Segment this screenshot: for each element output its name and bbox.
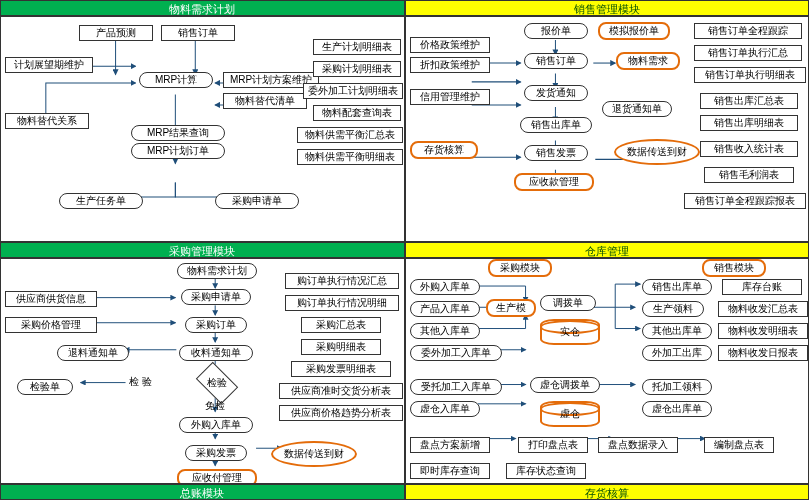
node-supplier-info: 供应商供货信息 <box>5 291 97 307</box>
node-mrp-result-query: MRP结果查询 <box>131 125 225 141</box>
node-virtual-in: 虚仓入库单 <box>410 401 480 417</box>
rep-gross-margin: 销售毛利润表 <box>704 167 794 183</box>
rep-purchase-sum: 采购汇总表 <box>301 317 381 333</box>
node-return-notice: 退料通知单 <box>57 345 129 361</box>
node-mat-sub-close: 物料替代清单 <box>223 93 307 109</box>
node-return-notice: 退货通知单 <box>602 101 672 117</box>
hdr-purchase-mod: 采购模块 <box>488 259 552 277</box>
node-mat-demand-plan: 物料需求计划 <box>177 263 257 279</box>
rep-order-exec-sum: 销售订单执行汇总 <box>694 45 802 61</box>
rep-txn-detail: 物料收发明细表 <box>718 323 808 339</box>
node-consign-issue: 托加工领料 <box>642 379 712 395</box>
node-outsource-in: 委外加工入库单 <box>410 345 502 361</box>
node-other-out: 其他出库单 <box>642 323 712 339</box>
label-no-inspect: 免检 <box>205 399 225 413</box>
node-receipt-notice: 收料通知单 <box>179 345 253 361</box>
node-price-policy: 价格政策维护 <box>410 37 490 53</box>
node-prod-plan-detail: 生产计划明细表 <box>313 39 401 55</box>
rep-order-track: 销售订单全程跟踪 <box>694 23 802 39</box>
hdr-prod-mod: 生产模 <box>486 299 536 317</box>
node-mat-sub-rel: 物料替代关系 <box>5 113 89 129</box>
node-to-finance-purchase: 数据传送到财 <box>271 441 357 467</box>
node-mrp-plan-order: MRP计划订单 <box>131 143 225 159</box>
node-data-entry: 盘点数据录入 <box>598 437 678 453</box>
rep-purchase-det: 采购明细表 <box>301 339 381 355</box>
header-q2: 销售管理模块 <box>405 0 810 16</box>
node-sales-order: 销售订单 <box>524 53 588 69</box>
node-payable-mgmt: 应收付管理 <box>177 469 257 484</box>
node-prod-task: 生产任务单 <box>59 193 143 209</box>
node-product-forecast: 产品预测 <box>79 25 153 41</box>
rep-order-track-rpt: 销售订单全程跟踪报表 <box>684 193 806 209</box>
node-receivable: 应收款管理 <box>514 173 594 191</box>
node-print-plan: 打印盘点表 <box>518 437 588 453</box>
node-purchase-order: 采购订单 <box>185 317 247 333</box>
node-supply-balance-sum: 物料供需平衡汇总表 <box>297 127 403 143</box>
node-outsource-out: 外加工出库 <box>642 345 712 361</box>
node-sales-order: 销售订单 <box>161 25 235 41</box>
node-purchase-req: 采购申请单 <box>215 193 299 209</box>
rep-supplier-deliv: 供应商准时交货分析表 <box>279 383 403 399</box>
header-q4: 仓库管理 <box>405 242 810 258</box>
node-prod-issue: 生产领料 <box>642 301 704 317</box>
node-sales-out-wh: 销售出库单 <box>642 279 712 295</box>
footer-b1: 总账模块 <box>0 484 405 500</box>
rep-txn-daily: 物料收发日报表 <box>718 345 808 361</box>
footer-b2: 存货核算 <box>405 484 810 500</box>
node-plan-query: 即时库存查询 <box>410 463 490 479</box>
rep-income-stat: 销售收入统计表 <box>700 141 798 157</box>
node-virtual-out: 虚仓出库单 <box>642 401 712 417</box>
hdr-sales-mod: 销售模块 <box>702 259 766 277</box>
node-plan-horizon: 计划展望期维护 <box>5 57 93 73</box>
node-virt-transfer: 虚仓调拨单 <box>530 377 600 393</box>
node-transfer: 调拨单 <box>540 295 596 311</box>
node-purchase-plan-detail: 采购计划明细表 <box>313 61 401 77</box>
pane-purchase: 供应商供货信息 采购价格管理 退料通知单 检验单 物料需求计划 采购申请单 采购… <box>0 258 405 484</box>
node-outsource-plan-detail: 委外加工计划明细表 <box>303 83 403 99</box>
rep-txn-sum: 物料收发汇总表 <box>718 301 808 317</box>
rep-supplier-price: 供应商价格趋势分析表 <box>279 405 403 421</box>
pane-mrp: 产品预测 销售订单 计划展望期维护 MRP计算 MRP计划方案维护 物料替代清单… <box>0 16 405 242</box>
pane-warehouse: 采购模块 销售模块 外购入库单 产品入库单 生产模 其他入库单 委外加工入库单 … <box>405 258 810 484</box>
label-inspect-arm: 检 验 <box>129 375 152 389</box>
node-real-wh: 实仓 <box>540 319 600 345</box>
rep-out-detail: 销售出库明细表 <box>700 115 798 131</box>
node-to-finance-sales: 数据传送到财 <box>614 139 700 165</box>
node-sim-quote: 模拟报价单 <box>598 22 670 40</box>
node-purchase-req-2: 采购申请单 <box>181 289 251 305</box>
node-inspect-sheet: 检验单 <box>17 379 73 395</box>
node-inv-cost: 存货核算 <box>410 141 478 159</box>
node-credit-mgmt: 信用管理维护 <box>410 89 490 105</box>
node-mrp-calc: MRP计算 <box>139 72 213 88</box>
node-supply-balance-detail: 物料供需平衡明细表 <box>297 149 403 165</box>
node-other-in: 其他入库单 <box>410 323 480 339</box>
node-virt-wh: 虚仓 <box>540 401 600 427</box>
node-sales-out: 销售出库单 <box>520 117 592 133</box>
node-compile-plan: 编制盘点表 <box>704 437 774 453</box>
node-mat-set-close: 物料配套查询表 <box>313 105 401 121</box>
pane-sales: 价格政策维护 折扣政策维护 信用管理维护 存货核算 报价单 模拟报价单 销售订单… <box>405 16 810 242</box>
node-purchase-invoice: 采购发票 <box>185 445 247 461</box>
node-prod-in: 产品入库单 <box>410 301 480 317</box>
rep-order-exec-det: 销售订单执行明细表 <box>694 67 806 83</box>
header-q1: 物料需求计划 <box>0 0 405 16</box>
rep-po-exec-det: 购订单执行情况明细 <box>285 295 399 311</box>
rep-out-sum: 销售出库汇总表 <box>700 93 798 109</box>
node-consign-in: 受托加工入库单 <box>410 379 502 395</box>
rep-po-invoice-det: 采购发票明细表 <box>291 361 391 377</box>
node-purchase-in-wh: 外购入库单 <box>410 279 480 295</box>
node-discount-policy: 折扣政策维护 <box>410 57 490 73</box>
node-stock-status: 库存状态查询 <box>506 463 586 479</box>
node-purchase-in: 外购入库单 <box>179 417 253 433</box>
node-delivery-notice: 发货通知 <box>524 85 588 101</box>
header-q3: 采购管理模块 <box>0 242 405 258</box>
node-purchase-price: 采购价格管理 <box>5 317 97 333</box>
rep-stock-ledger: 库存台账 <box>722 279 802 295</box>
node-mat-demand: 物料需求 <box>616 52 680 70</box>
rep-po-exec-sum: 购订单执行情况汇总 <box>285 273 399 289</box>
node-plan-new: 盘点方案新增 <box>410 437 490 453</box>
node-quote: 报价单 <box>524 23 588 39</box>
node-sales-invoice: 销售发票 <box>524 145 588 161</box>
